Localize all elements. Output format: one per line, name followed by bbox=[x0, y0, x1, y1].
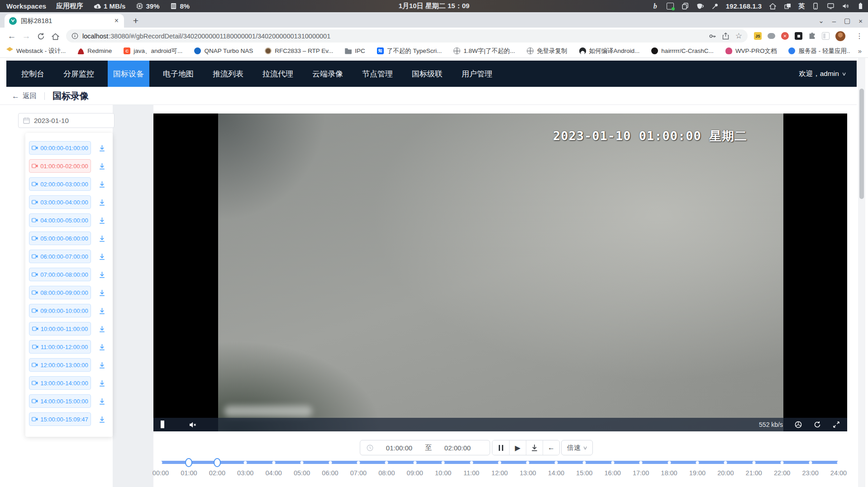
browser-home-button[interactable] bbox=[49, 32, 61, 40]
download-record-button[interactable] bbox=[98, 198, 106, 206]
extensions-puzzle-icon[interactable] bbox=[808, 32, 816, 40]
window-maximize-button[interactable]: ▢ bbox=[844, 17, 850, 25]
extension-capsule-icon[interactable] bbox=[768, 33, 775, 39]
bookmark-star-icon[interactable]: ☆ bbox=[735, 31, 742, 41]
record-segment-button[interactable]: 05:00:00-06:00:00 bbox=[29, 232, 91, 245]
nav-item[interactable]: 用户管理 bbox=[456, 61, 498, 87]
profile-avatar[interactable] bbox=[835, 31, 845, 41]
workspaces-overview-icon[interactable] bbox=[783, 2, 792, 10]
record-segment-button[interactable]: 02:00:00-03:00:00 bbox=[29, 177, 91, 191]
back-button[interactable]: ← 返回 bbox=[12, 91, 37, 101]
new-tab-button[interactable]: + bbox=[130, 16, 141, 26]
bookmark-item[interactable]: 如何编译Android... bbox=[579, 47, 640, 55]
bookmark-item[interactable]: Redmine bbox=[77, 47, 112, 54]
download-record-button[interactable] bbox=[98, 415, 106, 423]
welcome-admin-menu[interactable]: 欢迎，admin ∨ bbox=[799, 69, 857, 79]
download-record-button[interactable] bbox=[98, 162, 106, 170]
time-range-input[interactable]: 01:00:00 至 02:00:00 bbox=[360, 440, 490, 455]
cpu-usage-indicator[interactable]: 39% bbox=[135, 2, 159, 10]
browser-menu-kebab-icon[interactable]: ⋮ bbox=[856, 32, 863, 40]
record-segment-button[interactable]: 00:00:00-01:00:00 bbox=[29, 141, 91, 155]
address-bar[interactable]: localhost:38080/#/gbRecordDetail/3402000… bbox=[66, 29, 748, 43]
bookmark-item[interactable]: IPC bbox=[345, 47, 365, 54]
nav-item[interactable]: 国标级联 bbox=[406, 61, 448, 87]
share-icon[interactable] bbox=[722, 33, 729, 40]
bookmark-item[interactable]: hairrrrr/C-CrashC... bbox=[651, 47, 714, 54]
fullscreen-icon[interactable] bbox=[833, 421, 840, 428]
page-scrollbar[interactable] bbox=[858, 58, 865, 487]
bookmark-item[interactable]: C java、android可... bbox=[124, 47, 182, 55]
record-segment-button[interactable]: 07:00:00-08:00:00 bbox=[29, 268, 91, 281]
tab-close-icon[interactable]: × bbox=[114, 17, 119, 24]
seek-back-button[interactable]: ← bbox=[543, 440, 559, 455]
download-record-button[interactable] bbox=[98, 307, 106, 315]
browser-back-button[interactable]: ← bbox=[6, 31, 18, 41]
nav-item[interactable]: 节点管理 bbox=[357, 61, 398, 87]
record-segment-button[interactable]: 08:00:00-09:00:00 bbox=[29, 286, 91, 299]
timeline-end-handle[interactable] bbox=[214, 458, 221, 467]
download-record-button[interactable] bbox=[98, 361, 106, 369]
nav-item[interactable]: 分屏监控 bbox=[58, 61, 100, 87]
coffee-cup-icon[interactable] bbox=[696, 2, 704, 10]
play-button[interactable]: ▶ bbox=[509, 440, 526, 455]
date-picker-input[interactable]: 2023-01-10 bbox=[18, 113, 114, 128]
bookmark-item[interactable]: 服务器 - 轻量应用... bbox=[788, 47, 849, 55]
bookmark-item[interactable]: 1.8W字|了不起的... bbox=[453, 47, 515, 55]
phone-link-icon[interactable] bbox=[811, 2, 820, 10]
refresh-icon[interactable] bbox=[814, 421, 821, 428]
record-segment-button[interactable]: 13:00:00-14:00:00 bbox=[29, 376, 91, 390]
playback-speed-dropdown[interactable]: 倍速 ∨ bbox=[561, 440, 593, 455]
record-segment-button[interactable]: 01:00:00-02:00:00 bbox=[29, 159, 91, 173]
ip-address-indicator[interactable]: 192.168.1.3 bbox=[726, 2, 762, 10]
download-record-button[interactable] bbox=[98, 144, 106, 152]
browser-reload-button[interactable] bbox=[35, 32, 47, 40]
pause-button[interactable] bbox=[492, 440, 509, 455]
video-player[interactable]: 2023-01-10 01:00:00 星期二 552 kb/s bbox=[153, 113, 847, 431]
timeline-start-handle[interactable] bbox=[185, 458, 192, 467]
record-segment-button[interactable]: 09:00:00-10:00:00 bbox=[29, 304, 91, 317]
download-record-button[interactable] bbox=[98, 343, 106, 351]
bookmark-item[interactable]: WVP-PRO文档 bbox=[725, 47, 777, 55]
record-segment-button[interactable]: 06:00:00-07:00:00 bbox=[29, 250, 91, 263]
record-segment-button[interactable]: 11:00:00-12:00:00 bbox=[29, 340, 91, 354]
extension-dark-icon[interactable] bbox=[795, 32, 802, 40]
download-record-button[interactable] bbox=[98, 325, 106, 333]
side-panel-icon[interactable] bbox=[822, 32, 830, 40]
bookmark-item[interactable]: 免登录复制 bbox=[527, 47, 568, 55]
record-segment-button[interactable]: 04:00:00-05:00:00 bbox=[29, 213, 91, 227]
nav-item[interactable]: 控制台 bbox=[16, 61, 50, 87]
scrollbar-thumb[interactable] bbox=[859, 89, 864, 199]
range-end-time[interactable]: 02:00:00 bbox=[432, 444, 483, 452]
clock-date-button[interactable]: 1月10日 星期二 15：09 bbox=[399, 2, 470, 10]
download-record-button[interactable] bbox=[98, 379, 106, 387]
download-record-button[interactable] bbox=[98, 234, 106, 242]
record-segment-button[interactable]: 14:00:00-15:00:00 bbox=[29, 394, 91, 408]
record-segment-button[interactable]: 12:00:00-13:00:00 bbox=[29, 358, 91, 372]
color-picker-icon[interactable] bbox=[711, 2, 719, 10]
window-minimize-button[interactable]: – bbox=[832, 17, 836, 25]
bookmarks-overflow-chevron[interactable]: » bbox=[858, 47, 862, 55]
home-icon[interactable] bbox=[768, 2, 777, 10]
nav-item[interactable]: 云端录像 bbox=[307, 61, 348, 87]
download-record-button[interactable] bbox=[98, 180, 106, 188]
memory-usage-indicator[interactable]: 8% bbox=[170, 2, 190, 10]
player-mute-icon[interactable] bbox=[189, 421, 197, 428]
tray-app-b-icon[interactable]: b bbox=[651, 2, 659, 10]
site-info-icon[interactable] bbox=[72, 33, 78, 39]
extension-js-icon[interactable]: JS bbox=[754, 32, 762, 40]
download-record-button[interactable] bbox=[98, 397, 106, 405]
player-pause-button[interactable] bbox=[161, 421, 164, 429]
window-close-button[interactable]: × bbox=[858, 17, 863, 25]
extension-blocker-icon[interactable]: ✕ bbox=[781, 32, 789, 40]
workspaces-button[interactable]: Workspaces bbox=[6, 2, 46, 10]
tab-search-chevron-icon[interactable]: ⌄ bbox=[818, 17, 824, 25]
display-icon[interactable] bbox=[826, 2, 835, 10]
password-key-icon[interactable] bbox=[709, 33, 716, 40]
record-segment-button[interactable]: 10:00:00-11:00:00 bbox=[29, 322, 91, 336]
clipboard-copy-icon[interactable] bbox=[681, 2, 689, 10]
battery-icon[interactable] bbox=[856, 2, 864, 10]
bookmark-item[interactable]: RFC2833 – RTP Ev... bbox=[265, 47, 333, 54]
bookmark-item[interactable]: Webstack - 设计... bbox=[6, 47, 66, 55]
download-button[interactable] bbox=[526, 440, 543, 455]
bookmark-item[interactable]: QNAP Turbo NAS bbox=[194, 47, 253, 54]
